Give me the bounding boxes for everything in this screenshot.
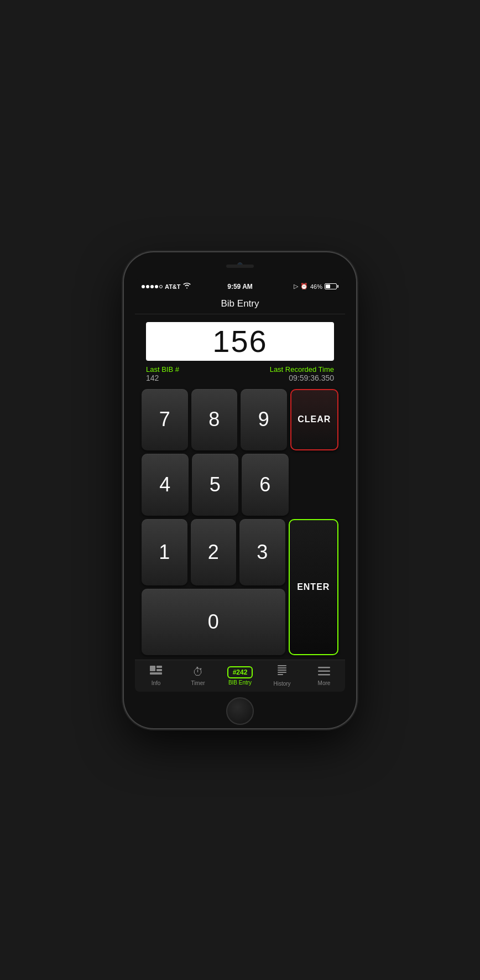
bib-current-number: 156 [212, 323, 267, 359]
svg-rect-1 [156, 666, 162, 668]
key-9[interactable]: 9 [241, 389, 287, 451]
last-bib-section: Last BIB # 142 [146, 365, 179, 382]
phone-frame: AT&T 9:59 AM ▷ ⏰ 46% [124, 252, 356, 728]
enter-button[interactable]: ENTER [289, 519, 339, 655]
info-icon [150, 666, 162, 678]
alarm-icon: ⏰ [300, 283, 308, 290]
signal-dot-2 [146, 285, 149, 288]
location-icon: ▷ [294, 283, 298, 290]
wifi-icon [183, 283, 191, 291]
status-bar: AT&T 9:59 AM ▷ ⏰ 46% [135, 279, 345, 294]
keypad-row-4: 0 [142, 589, 285, 655]
clear-button[interactable]: CLEAR [290, 389, 339, 451]
battery-indicator [325, 283, 338, 289]
keypad-row-1: 7 8 9 CLEAR [142, 389, 338, 451]
speaker [226, 265, 254, 268]
last-bib-value: 142 [146, 374, 179, 382]
svg-rect-7 [278, 672, 286, 673]
svg-rect-10 [318, 670, 330, 672]
key-8[interactable]: 8 [191, 389, 238, 451]
key-4[interactable]: 4 [142, 454, 189, 516]
keypad-rows-3-4: 1 2 3 0 ENTER [142, 519, 338, 655]
signal-dots [142, 285, 163, 288]
status-right: ▷ ⏰ 46% [273, 283, 338, 290]
key-0[interactable]: 0 [142, 589, 285, 655]
keypad-left-section: 1 2 3 0 [142, 519, 285, 655]
svg-rect-8 [278, 674, 283, 675]
keypad-row-3: 1 2 3 [142, 519, 285, 585]
home-button[interactable] [226, 697, 254, 725]
tab-bar: Info ⏱ Timer #242 BIB Entry [135, 660, 345, 692]
last-bib-label: Last BIB # [146, 365, 179, 374]
history-icon [276, 665, 288, 679]
tab-more[interactable]: More [303, 666, 345, 686]
key-2[interactable]: 2 [191, 519, 237, 585]
tab-info[interactable]: Info [135, 666, 177, 686]
tab-bib-entry[interactable]: #242 BIB Entry [219, 666, 261, 686]
keypad: 7 8 9 CLEAR 4 5 6 1 2 [135, 382, 345, 660]
key-1[interactable]: 1 [142, 519, 187, 585]
nav-title: Bib Entry [221, 298, 259, 309]
tab-timer-label: Timer [191, 680, 205, 686]
timer-icon: ⏱ [192, 666, 204, 678]
phone-screen: AT&T 9:59 AM ▷ ⏰ 46% [135, 279, 345, 692]
carrier-label: AT&T [165, 283, 181, 290]
svg-rect-3 [150, 672, 162, 675]
svg-rect-2 [156, 669, 162, 671]
battery-pct-label: 46% [310, 283, 322, 290]
keypad-row-2: 4 5 6 [142, 454, 338, 516]
signal-dot-5 [159, 285, 163, 288]
nav-bar: Bib Entry [135, 294, 345, 314]
tab-more-label: More [318, 680, 331, 686]
signal-dot-4 [155, 285, 158, 288]
bib-info-row: Last BIB # 142 Last Recorded Time 09:59:… [135, 361, 345, 382]
status-left: AT&T [142, 283, 207, 291]
svg-rect-6 [278, 670, 286, 671]
tab-timer[interactable]: ⏱ Timer [177, 666, 219, 686]
last-time-section: Last Recorded Time 09:59:36.350 [270, 365, 334, 382]
last-time-label: Last Recorded Time [270, 365, 334, 374]
bib-display: 156 [146, 322, 334, 361]
key-7[interactable]: 7 [142, 389, 188, 451]
tab-history[interactable]: History [261, 665, 303, 687]
enter-spacer-top [292, 454, 339, 516]
last-time-value: 09:59:36.350 [289, 374, 334, 382]
signal-dot-1 [142, 285, 145, 288]
svg-rect-9 [318, 667, 330, 668]
svg-rect-5 [278, 667, 286, 668]
svg-rect-4 [278, 665, 286, 666]
more-icon [318, 666, 330, 678]
key-5[interactable]: 5 [192, 454, 239, 516]
tab-history-label: History [273, 681, 290, 687]
signal-dot-3 [150, 285, 154, 288]
svg-rect-11 [318, 674, 330, 676]
tab-bib-entry-label: BIB Entry [228, 680, 252, 686]
key-6[interactable]: 6 [242, 454, 289, 516]
key-3[interactable]: 3 [239, 519, 285, 585]
tab-info-label: Info [152, 680, 161, 686]
main-content: 156 Last BIB # 142 Last Recorded Time 09… [135, 314, 345, 660]
bib-entry-badge: #242 [227, 666, 253, 678]
svg-rect-0 [150, 666, 155, 671]
status-time: 9:59 AM [207, 283, 273, 291]
